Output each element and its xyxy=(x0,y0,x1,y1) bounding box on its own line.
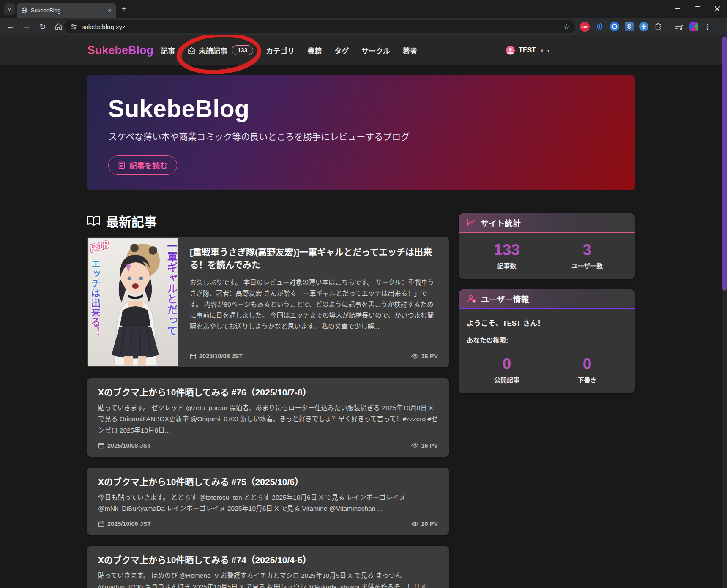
chevron-down-icon: ∨ xyxy=(540,47,544,53)
site-navbar: SukebeBlog 記事 未読記事 133 カテゴリ 書籍 タグ サークル 著… xyxy=(0,35,722,65)
article-title[interactable]: Xのブクマ上から10件晒してみる #74（2025/10/4-5） xyxy=(98,554,438,566)
article-title[interactable]: Xのブクマ上から10件晒してみる #75（2025/10/6） xyxy=(98,476,438,488)
stat-drafts: 0 下書き xyxy=(547,355,627,384)
user-avatar-icon xyxy=(506,46,515,55)
read-articles-label: 記事を読む xyxy=(129,160,167,171)
permission-label: あなたの権限: xyxy=(467,335,627,344)
article-list-icon xyxy=(118,161,126,169)
latest-articles-heading: 最新記事 xyxy=(87,213,449,229)
article-title[interactable]: [重戦車うさぎ隊(高野友宏)]一軍ギャルとだってエッチは出来る！を読んでみた xyxy=(190,246,438,272)
nav-item-authors[interactable]: 著者 xyxy=(403,45,417,56)
browser-tab[interactable]: SukebeBlog × xyxy=(17,3,116,18)
article-title[interactable]: Xのブクマ上から10件晒してみる #76（2025/10/7-8） xyxy=(98,386,438,399)
site-stats-box: サイト統計 133 記事数 3 ユーザー数 xyxy=(459,213,635,279)
window-minimize-button[interactable] xyxy=(667,0,687,18)
browser-tab-strip: ∨ SukebeBlog × + xyxy=(0,0,727,18)
window-maximize-button[interactable] xyxy=(687,0,707,18)
article-card[interactable]: 一軍ギャルとだって エッチは出来る！ R18 [重戦車うさぎ隊(高野友宏)]一軍… xyxy=(87,237,449,367)
sidebar: サイト統計 133 記事数 3 ユーザー数 xyxy=(459,213,635,588)
stat-published-label: 公開記事 xyxy=(467,375,547,384)
extensions-row: ABP S ✚ ⋮ xyxy=(580,18,711,35)
wave-extension-icon[interactable] xyxy=(595,22,604,31)
extensions-puzzle-icon[interactable] xyxy=(654,22,663,31)
article-date-text: 2025/10/06 JST xyxy=(107,520,151,527)
bookmark-star-icon[interactable]: ☆ xyxy=(563,22,570,31)
tab-close-icon[interactable]: × xyxy=(108,7,112,14)
page-scrollbar[interactable] xyxy=(722,35,727,588)
hero-subtitle: スケベな薄い本や商業コミック等の良いところを勝手にレビューするブログ xyxy=(108,130,635,142)
address-bar[interactable]: sukebeblog.xyz ☆ xyxy=(64,20,575,33)
forward-button[interactable]: → xyxy=(19,22,35,31)
article-meta: 2025/10/06 JST 20 PV xyxy=(98,520,438,527)
nav-item-categories[interactable]: カテゴリ xyxy=(266,45,295,56)
user-info-box: ユーザー情報 ようこそ、TEST さん！ あなたの権限: 0 公開記事 0 xyxy=(459,289,635,393)
stat-user-count-label: ユーザー数 xyxy=(547,261,627,270)
article-card[interactable]: Xのブクマ上から10件晒してみる #75（2025/10/6） 今日も貼っていき… xyxy=(87,468,449,535)
stat-drafts-value: 0 xyxy=(547,355,627,373)
user-menu[interactable]: TEST ∨ ▾ xyxy=(506,35,549,65)
article-card[interactable]: Xのブクマ上から10件晒してみる #76（2025/10/7-8） 貼っていきま… xyxy=(87,378,449,457)
browser-menu-icon[interactable]: ⋮ xyxy=(704,22,711,31)
article-date-text: 2025/10/08 JST xyxy=(107,442,151,449)
read-articles-button[interactable]: 記事を読む xyxy=(108,155,177,175)
password-manager-glyph xyxy=(612,24,617,29)
stat-published-value: 0 xyxy=(467,355,547,373)
site-settings-icon[interactable] xyxy=(70,23,77,30)
caret-down-icon: ▾ xyxy=(547,48,549,53)
password-manager-extension-icon[interactable] xyxy=(610,22,619,31)
article-excerpt: 貼っていきます。 ゼツレッド @zetu_purpur 漂泊者、あまりにもロータ… xyxy=(98,403,438,436)
reload-button[interactable]: ↻ xyxy=(35,22,51,32)
adblock-extension-icon[interactable]: ABP xyxy=(580,22,590,32)
nav-list: 記事 未読記事 133 カテゴリ 書籍 タグ サークル 著者 xyxy=(161,35,417,65)
article-views: 16 PV xyxy=(411,442,438,449)
stat-article-count: 133 記事数 xyxy=(467,241,547,270)
nav-item-articles[interactable]: 記事 xyxy=(161,45,175,56)
unread-count-badge: 133 xyxy=(232,45,253,55)
window-close-button[interactable] xyxy=(707,0,727,18)
nav-item-books[interactable]: 書籍 xyxy=(307,45,322,56)
minimize-icon xyxy=(675,8,680,9)
tab-search-button[interactable]: ∨ xyxy=(4,3,15,15)
cover-title-right: 一軍ギャルとだって xyxy=(166,241,177,336)
scrollbar-thumb[interactable] xyxy=(722,36,727,291)
article-excerpt: 貼っていきます。 ほめのび @Homeno_V お警護するイチカとマシロ 202… xyxy=(98,570,438,588)
media-controls-icon[interactable] xyxy=(675,22,684,31)
article-card[interactable]: Xのブクマ上から10件晒してみる #74（2025/10/4-5） 貼っていきま… xyxy=(87,546,449,588)
eye-icon xyxy=(411,521,418,527)
user-info-header: ユーザー情報 xyxy=(459,289,635,309)
article-views: 16 PV xyxy=(411,353,438,359)
url-text[interactable]: sukebeblog.xyz xyxy=(82,23,563,30)
site-logo[interactable]: SukebeBlog xyxy=(87,35,153,65)
nav-item-circles[interactable]: サークル xyxy=(361,45,390,56)
profile-avatar-icon[interactable] xyxy=(689,22,698,31)
article-cover-image[interactable]: 一軍ギャルとだって エッチは出来る！ R18 xyxy=(88,238,178,366)
nav-item-unread-label: 未読記事 xyxy=(199,45,227,56)
mail-open-icon xyxy=(188,47,196,54)
user-info-title: ユーザー情報 xyxy=(481,293,529,305)
stat-drafts-label: 下書き xyxy=(547,375,627,384)
s-extension-icon[interactable]: S xyxy=(625,22,634,31)
article-views: 20 PV xyxy=(411,520,438,527)
latest-articles-title: 最新記事 xyxy=(106,212,157,230)
calendar-icon xyxy=(190,353,196,359)
site-stats-body: 133 記事数 3 ユーザー数 xyxy=(459,233,635,279)
toolbar-separator xyxy=(669,22,669,31)
site-stats-header: サイト統計 xyxy=(459,213,635,233)
nav-item-unread[interactable]: 未読記事 133 xyxy=(188,45,253,56)
article-date: 2025/10/08 JST xyxy=(98,442,151,449)
nav-item-tags[interactable]: タグ xyxy=(334,45,349,56)
welcome-message: ようこそ、TEST さん！ xyxy=(467,317,627,328)
article-excerpt: お久しぶりです。 本日のレビュー対象の薄い本はこちらです。 サークル：重戦車うさ… xyxy=(190,277,438,332)
window-controls xyxy=(667,0,727,18)
clover-extension-icon[interactable]: ✚ xyxy=(639,22,648,31)
back-button[interactable]: ← xyxy=(3,22,19,31)
stat-article-count-value: 133 xyxy=(467,241,547,259)
content-container: SukebeBlog スケベな薄い本や商業コミック等の良いところを勝手にレビュー… xyxy=(87,75,635,588)
stat-published: 0 公開記事 xyxy=(467,355,547,384)
tab-title: SukebeBlog xyxy=(31,7,104,14)
new-tab-button[interactable]: + xyxy=(122,4,126,14)
stat-user-count: 3 ユーザー数 xyxy=(547,241,627,270)
article-views-text: 16 PV xyxy=(421,442,438,449)
article-date-text: 2025/10/08 JST xyxy=(199,353,243,359)
chart-line-icon xyxy=(467,218,476,227)
